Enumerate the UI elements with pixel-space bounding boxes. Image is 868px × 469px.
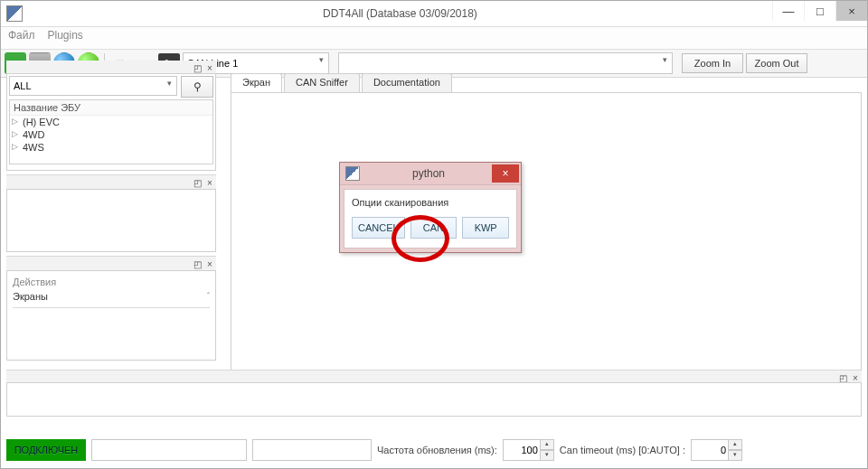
connection-status: ПОДКЛЮЧЕН [6,439,86,461]
ecu-select-value[interactable] [338,52,673,74]
refresh-label: Частота обновления (ms): [377,445,497,455]
refresh-spinner[interactable]: ▴▾ [503,439,554,461]
tree-item-evc[interactable]: (H) EVC [10,116,212,128]
close-panel-icon[interactable]: × [203,178,216,188]
close-button[interactable]: × [835,1,867,21]
cancel-button[interactable]: CANCEL [352,217,405,239]
spin-up-icon[interactable]: ▴ [540,439,554,450]
python-icon [345,166,360,181]
menu-plugins[interactable]: Plugins [48,29,83,47]
dialog-body: Опции сканирования CANCEL CAN KWP [344,189,517,249]
app-icon [6,5,23,22]
tree-header: Название ЭБУ [10,100,212,116]
timeout-input[interactable] [691,439,729,461]
chevron-up-icon: ˆ [207,291,210,300]
filter-value[interactable] [9,76,177,96]
detach-icon[interactable]: ◰ [191,178,203,188]
dialog-message: Опции сканирования [352,197,509,208]
can-button[interactable]: CAN [410,217,458,239]
window-title: DDT4All (Database 03/09/2018) [28,7,772,20]
tree-item-4wd[interactable]: 4WD [10,128,212,141]
screen-panel [231,92,862,390]
spin-up-icon[interactable]: ▴ [728,439,742,450]
spin-down-icon[interactable]: ▾ [728,450,742,461]
close-panel-icon[interactable]: × [203,63,216,73]
tab-sniffer[interactable]: CAN Sniffer [284,73,360,93]
detach-icon[interactable]: ◰ [191,259,203,269]
dialog-close-button[interactable]: × [492,164,519,183]
ecu-select[interactable] [338,52,673,74]
status-field-1 [91,439,247,461]
actions-header: Действия [7,271,215,289]
detach-icon[interactable]: ◰ [191,63,203,73]
window-controls: — □ × [772,1,867,26]
tab-docs[interactable]: Documentation [362,73,452,93]
filter-row: ⚲ [7,74,215,99]
search-icon: ⚲ [193,80,202,93]
kwp-button[interactable]: KWP [462,217,509,239]
bottom-strip-panel [6,382,862,417]
ecu-filter-panel: ⚲ Название ЭБУ (H) EVC 4WD 4WS [6,73,216,171]
tab-screen[interactable]: Экран [231,73,282,93]
status-field-2 [252,439,372,461]
actions-item-screens[interactable]: Экраны ˆ [13,291,210,308]
close-panel-icon[interactable]: × [203,259,216,269]
minimize-button[interactable]: — [772,1,804,21]
dialog-buttons: CANCEL CAN KWP [352,217,509,239]
timeout-label: Can timeout (ms) [0:AUTO] : [560,445,685,455]
menubar: Файл Plugins [1,27,867,50]
timeout-spinner[interactable]: ▴▾ [691,439,742,461]
middle-panel [6,189,216,252]
refresh-input[interactable] [503,439,541,461]
maximize-button[interactable]: □ [804,1,835,21]
actions-item-label: Экраны [13,291,48,302]
statusbar: ПОДКЛЮЧЕН Частота обновления (ms): ▴▾ Ca… [6,437,862,463]
spin-down-icon[interactable]: ▾ [540,450,554,461]
detach-icon[interactable]: ◰ [836,373,849,383]
actions-panel: Действия Экраны ˆ [6,270,216,361]
titlebar: DDT4All (Database 03/09/2018) — □ × [1,1,867,27]
filter-select[interactable] [9,76,177,98]
close-panel-icon[interactable]: × [849,373,862,383]
menu-file[interactable]: Файл [8,29,35,47]
tree-item-4ws[interactable]: 4WS [10,141,212,154]
search-button[interactable]: ⚲ [181,76,213,98]
ecu-tree[interactable]: Название ЭБУ (H) EVC 4WD 4WS [9,99,213,164]
tabs: Экран CAN Sniffer Documentation [231,73,862,93]
dialog-title: python [365,167,492,180]
zoom-in-button[interactable]: Zoom In [682,53,743,73]
zoom-out-button[interactable]: Zoom Out [746,53,807,73]
app-window: DDT4All (Database 03/09/2018) — □ × Файл… [0,0,868,469]
scan-options-dialog: python × Опции сканирования CANCEL CAN K… [339,162,522,253]
dialog-titlebar[interactable]: python × [340,163,521,185]
